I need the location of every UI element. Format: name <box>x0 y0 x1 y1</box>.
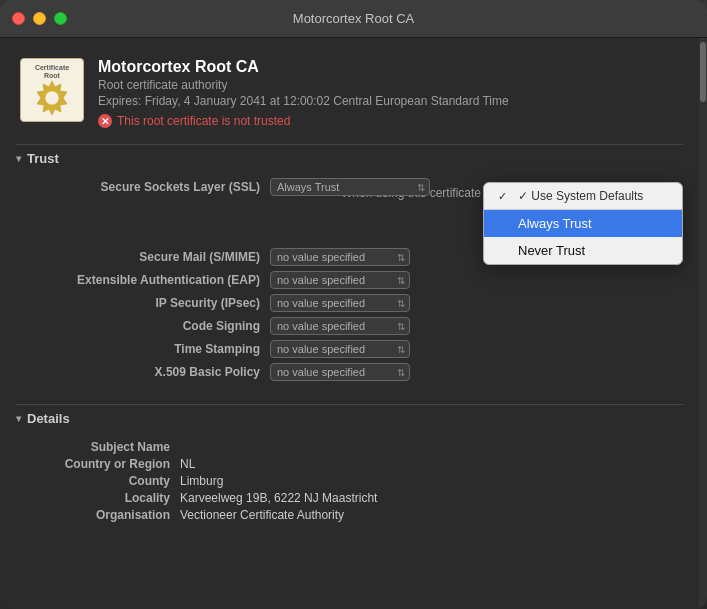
smime-label: Secure Mail (S/MIME) <box>20 250 260 264</box>
details-subject-name-row: Subject Name <box>20 440 679 454</box>
close-button[interactable] <box>12 12 25 25</box>
system-default-label: ✓ Use System Defaults <box>518 189 643 203</box>
trust-chevron-icon: ▾ <box>16 153 21 164</box>
timestamping-select[interactable]: no value specified <box>270 340 410 358</box>
scrollbar-thumb[interactable] <box>700 42 706 102</box>
details-county-row: County Limburg <box>20 474 679 488</box>
details-county-value: Limburg <box>180 474 223 488</box>
timestamping-value-container: no value specified <box>260 340 679 358</box>
cert-warning-text: This root certificate is not trusted <box>117 114 290 128</box>
details-locality-label: Locality <box>20 491 180 505</box>
details-country-label: Country or Region <box>20 457 180 471</box>
trust-section-header[interactable]: ▾ Trust <box>0 145 699 172</box>
prop-row-2: IP Security (IPsec) no value specified <box>20 294 679 312</box>
details-section-header[interactable]: ▾ Details <box>0 405 699 432</box>
never-trust-label: Never Trust <box>518 243 585 258</box>
details-chevron-icon: ▾ <box>16 413 21 424</box>
details-org-row: Organisation Vectioneer Certificate Auth… <box>20 508 679 522</box>
codesigning-select[interactable]: no value specified <box>270 317 410 335</box>
cert-icon-label: CertificateRoot <box>35 64 69 81</box>
ipsec-select[interactable]: no value specified <box>270 294 410 312</box>
content-area: CertificateRoot Motorcortex Root CA Root… <box>0 38 707 609</box>
codesigning-label: Code Signing <box>20 319 260 333</box>
details-locality-row: Locality Karveelweg 19B, 6222 NJ Maastri… <box>20 491 679 505</box>
cert-warning: ✕ This root certificate is not trusted <box>98 114 679 128</box>
titlebar: Motorcortex Root CA <box>0 0 707 38</box>
eap-select[interactable]: no value specified <box>270 271 410 289</box>
dropdown-item-system-default[interactable]: ✓ ✓ Use System Defaults <box>484 183 682 210</box>
minimize-button[interactable] <box>33 12 46 25</box>
prop-row-4: Time Stamping no value specified <box>20 340 679 358</box>
cert-header: CertificateRoot Motorcortex Root CA Root… <box>0 38 699 144</box>
x509-value-container: no value specified <box>260 363 679 381</box>
dropdown-item-always-trust[interactable]: Always Trust <box>484 210 682 237</box>
cert-icon: CertificateRoot <box>20 58 84 122</box>
codesigning-select-wrap: no value specified <box>270 317 410 335</box>
details-country-value: NL <box>180 457 195 471</box>
details-locality-value: Karveelweg 19B, 6222 NJ Maastricht <box>180 491 377 505</box>
ssl-row-container: Always Trust ✓ ✓ Use System Defaults Alw… <box>493 182 653 204</box>
details-org-value: Vectioneer Certificate Authority <box>180 508 344 522</box>
cert-seal-icon <box>34 79 70 115</box>
details-county-label: County <box>20 474 180 488</box>
cert-expires: Expires: Friday, 4 January 2041 at 12:00… <box>98 94 679 108</box>
smime-select[interactable]: no value specified <box>270 248 410 266</box>
prop-row-1: Extensible Authentication (EAP) no value… <box>20 271 679 289</box>
window-title: Motorcortex Root CA <box>293 11 414 26</box>
details-country-row: Country or Region NL <box>20 457 679 471</box>
prop-row-3: Code Signing no value specified <box>20 317 679 335</box>
ssl-select[interactable]: Always Trust <box>270 178 430 196</box>
maximize-button[interactable] <box>54 12 67 25</box>
codesigning-value-container: no value specified <box>260 317 679 335</box>
ipsec-value-container: no value specified <box>260 294 679 312</box>
details-section-label: Details <box>27 411 70 426</box>
timestamping-label: Time Stamping <box>20 342 260 356</box>
svg-point-1 <box>45 91 59 105</box>
x509-select[interactable]: no value specified <box>270 363 410 381</box>
dropdown-item-never-trust[interactable]: Never Trust <box>484 237 682 264</box>
other-prop-rows: Secure Mail (S/MIME) no value specified … <box>20 248 679 381</box>
ipsec-select-wrap: no value specified <box>270 294 410 312</box>
timestamping-select-wrap: no value specified <box>270 340 410 358</box>
details-org-label: Organisation <box>20 508 180 522</box>
traffic-lights <box>12 12 67 25</box>
cert-name: Motorcortex Root CA <box>98 58 679 76</box>
check-icon: ✓ <box>498 190 512 203</box>
scrollbar[interactable] <box>699 38 707 609</box>
prop-row-5: X.509 Basic Policy no value specified <box>20 363 679 381</box>
ipsec-label: IP Security (IPsec) <box>20 296 260 310</box>
warning-icon: ✕ <box>98 114 112 128</box>
main-window: Motorcortex Root CA CertificateRoot Moto… <box>0 0 707 609</box>
dropdown-popup: ✓ ✓ Use System Defaults Always Trust Nev… <box>483 182 683 265</box>
cert-info: Motorcortex Root CA Root certificate aut… <box>98 58 679 128</box>
x509-select-wrap: no value specified <box>270 363 410 381</box>
ssl-select-wrap: Always Trust <box>270 178 430 196</box>
when-cert-dropdown-container: Always Trust ✓ ✓ Use System Defaults Alw… <box>493 182 653 204</box>
details-section-body: Subject Name Country or Region NL County… <box>0 432 699 533</box>
always-trust-label: Always Trust <box>518 216 592 231</box>
eap-value-container: no value specified <box>260 271 679 289</box>
smime-select-wrap: no value specified <box>270 248 410 266</box>
x509-label: X.509 Basic Policy <box>20 365 260 379</box>
cert-type: Root certificate authority <box>98 78 679 92</box>
details-subject-name-label: Subject Name <box>20 440 180 454</box>
eap-label: Extensible Authentication (EAP) <box>20 273 260 287</box>
eap-select-wrap: no value specified <box>270 271 410 289</box>
trust-section-label: Trust <box>27 151 59 166</box>
ssl-select-value: Always Trust <box>277 181 339 193</box>
